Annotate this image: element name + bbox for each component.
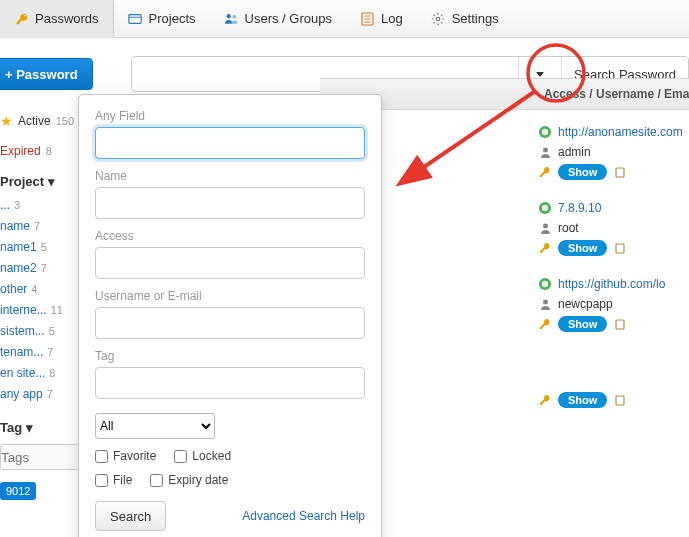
- field-label: Name: [95, 169, 365, 183]
- user-icon: [538, 221, 552, 235]
- entry-access-link[interactable]: http://anonamesite.com: [558, 125, 683, 139]
- svg-point-15: [543, 223, 548, 228]
- svg-point-8: [436, 17, 440, 21]
- tab-log[interactable]: Log: [346, 0, 417, 38]
- column-header-label: Access / Username / Email: [544, 87, 689, 101]
- show-password-button[interactable]: Show: [558, 316, 607, 332]
- copy-icon[interactable]: [613, 317, 627, 331]
- entry-access-link[interactable]: https://github.com/lo: [558, 277, 665, 291]
- chevron-down-icon: ▾: [26, 420, 33, 435]
- entry-username: root: [558, 221, 579, 235]
- show-password-button[interactable]: Show: [558, 164, 607, 180]
- field-label: Tag: [95, 349, 365, 363]
- key-icon: [538, 393, 552, 407]
- sidebar-label: Active: [18, 114, 51, 128]
- sidebar-project-item[interactable]: tenam... 7: [0, 341, 84, 362]
- sidebar-project-item[interactable]: name 7: [0, 215, 84, 236]
- tag-input[interactable]: [95, 367, 365, 399]
- svg-rect-12: [616, 168, 624, 177]
- tab-label: Settings: [452, 11, 499, 26]
- copy-icon[interactable]: [613, 241, 627, 255]
- tab-projects[interactable]: Projects: [114, 0, 210, 38]
- copy-icon[interactable]: [613, 393, 627, 407]
- favorite-checkbox[interactable]: Favorite: [95, 449, 156, 463]
- new-password-button[interactable]: + Password: [0, 58, 93, 90]
- advanced-search-help-link[interactable]: Advanced Search Help: [242, 509, 365, 523]
- sidebar-project-item[interactable]: name1 5: [0, 236, 84, 257]
- password-entry: 7.8.9.10 root Show: [538, 198, 689, 258]
- password-entry: https://github.com/lo newcpapp Show: [538, 274, 689, 334]
- tab-label: Projects: [149, 11, 196, 26]
- entry-username: admin: [558, 145, 591, 159]
- key-icon: [14, 11, 29, 26]
- password-entry: x x Show: [538, 350, 689, 410]
- svg-rect-21: [616, 396, 624, 405]
- sidebar-expired[interactable]: Expired 8: [0, 140, 84, 162]
- tab-label: Passwords: [35, 11, 99, 26]
- key-icon: [538, 317, 552, 331]
- sidebar-project-item[interactable]: sistem... 5: [0, 320, 84, 341]
- user-icon: [538, 145, 552, 159]
- globe-icon: [538, 201, 552, 215]
- key-icon: [538, 165, 552, 179]
- sidebar-count: 8: [46, 145, 52, 157]
- panel-search-button[interactable]: Search: [95, 501, 166, 531]
- expiry-checkbox[interactable]: Expiry date: [150, 473, 228, 487]
- users-icon: [224, 11, 239, 26]
- access-input[interactable]: [95, 247, 365, 279]
- svg-point-10: [542, 129, 548, 135]
- svg-rect-20: [616, 320, 624, 329]
- svg-point-2: [226, 14, 230, 18]
- filter-select[interactable]: All: [95, 413, 215, 439]
- tab-passwords[interactable]: Passwords: [0, 0, 114, 38]
- svg-point-3: [232, 14, 236, 18]
- caret-down-icon: [536, 72, 544, 77]
- svg-point-11: [543, 147, 548, 152]
- sidebar-project-item[interactable]: name2 7: [0, 257, 84, 278]
- username-input[interactable]: [95, 307, 365, 339]
- sidebar-tag-header[interactable]: Tag ▾: [0, 414, 84, 440]
- sidebar-project-item[interactable]: interne... 11: [0, 299, 84, 320]
- top-nav: Passwords Projects Users / Groups Log Se…: [0, 0, 689, 38]
- svg-rect-16: [616, 244, 624, 253]
- show-password-button[interactable]: Show: [558, 392, 607, 408]
- locked-checkbox[interactable]: Locked: [174, 449, 231, 463]
- user-icon: [538, 297, 552, 311]
- tab-label: Users / Groups: [245, 11, 332, 26]
- entry-username: newcpapp: [558, 297, 613, 311]
- sidebar-tag-chip[interactable]: 9012: [0, 482, 36, 500]
- sidebar-project-item[interactable]: en site... 8: [0, 362, 84, 383]
- entries-list: http://anonamesite.com admin Show 7.8.9.…: [538, 122, 689, 426]
- password-entry: http://anonamesite.com admin Show: [538, 122, 689, 182]
- svg-rect-0: [129, 14, 141, 23]
- tab-users[interactable]: Users / Groups: [210, 0, 346, 38]
- sidebar-project-item[interactable]: any app 7: [0, 383, 84, 404]
- advanced-search-panel: Any Field Name Access Username or E-mail…: [78, 94, 382, 537]
- sidebar-count: 150: [56, 115, 74, 127]
- field-label: Access: [95, 229, 365, 243]
- globe-icon: [538, 125, 552, 139]
- entry-access-link[interactable]: 7.8.9.10: [558, 201, 601, 215]
- name-input[interactable]: [95, 187, 365, 219]
- sidebar-tag-input[interactable]: [0, 444, 82, 470]
- sidebar-project-item[interactable]: other 4: [0, 278, 84, 299]
- svg-point-18: [542, 281, 548, 287]
- sidebar-label: Expired: [0, 144, 41, 158]
- log-icon: [360, 11, 375, 26]
- gear-icon: [431, 11, 446, 26]
- sidebar-project-header[interactable]: Project ▾: [0, 168, 84, 194]
- key-icon: [538, 241, 552, 255]
- svg-point-19: [543, 299, 548, 304]
- any-field-input[interactable]: [95, 127, 365, 159]
- globe-icon: [538, 277, 552, 291]
- chevron-down-icon: ▾: [48, 174, 55, 189]
- copy-icon[interactable]: [613, 165, 627, 179]
- tab-label: Log: [381, 11, 403, 26]
- show-password-button[interactable]: Show: [558, 240, 607, 256]
- sidebar-active[interactable]: ★ Active 150: [0, 110, 84, 132]
- tab-settings[interactable]: Settings: [417, 0, 513, 38]
- field-label: Username or E-mail: [95, 289, 365, 303]
- sidebar-project-item[interactable]: ... 3: [0, 194, 84, 215]
- file-checkbox[interactable]: File: [95, 473, 132, 487]
- svg-point-14: [542, 205, 548, 211]
